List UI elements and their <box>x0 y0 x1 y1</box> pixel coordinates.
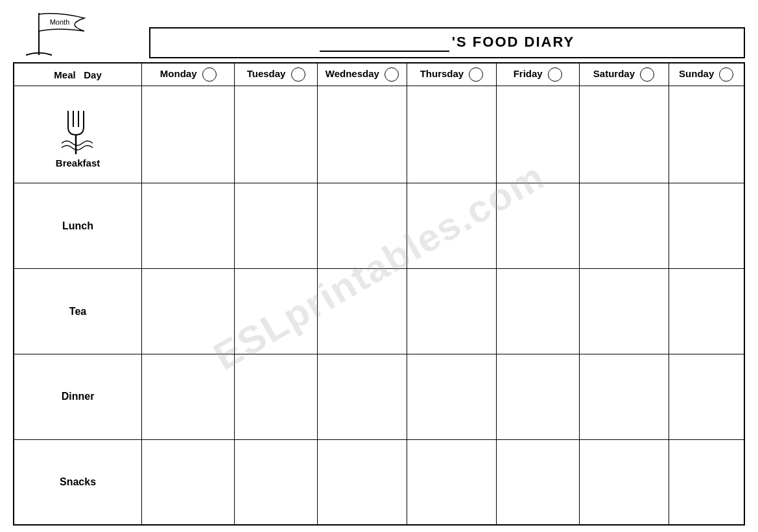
snacks-monday[interactable] <box>142 439 235 525</box>
tuesday-header: Tuesday <box>235 63 317 86</box>
dinner-friday[interactable] <box>497 354 579 439</box>
dinner-monday[interactable] <box>142 354 235 439</box>
lunch-row: Lunch <box>14 183 744 269</box>
snacks-row: Snacks <box>14 439 744 525</box>
food-diary-table: Meal Day Monday Tuesday Wednesday Thursd… <box>13 62 745 526</box>
snacks-sunday[interactable] <box>669 439 744 525</box>
dinner-label: Dinner <box>62 391 95 402</box>
header-row: Meal Day Monday Tuesday Wednesday Thursd… <box>14 63 744 86</box>
thursday-circle <box>469 67 483 82</box>
meal-day-header: Meal Day <box>14 63 142 86</box>
wednesday-circle <box>385 67 399 82</box>
dinner-thursday[interactable] <box>407 354 496 439</box>
top-area: Month 'S FOOD DIARY <box>13 6 745 58</box>
dinner-sunday[interactable] <box>669 354 744 439</box>
snacks-saturday[interactable] <box>579 439 669 525</box>
tea-thursday[interactable] <box>407 269 496 354</box>
lunch-label: Lunch <box>62 220 93 231</box>
tea-tuesday[interactable] <box>235 269 317 354</box>
tea-saturday[interactable] <box>579 269 669 354</box>
meal-header-label: Meal <box>54 69 75 80</box>
monday-circle <box>202 67 217 82</box>
tea-wednesday[interactable] <box>317 269 407 354</box>
snacks-wednesday[interactable] <box>317 439 407 525</box>
tea-monday[interactable] <box>142 269 235 354</box>
sunday-circle <box>719 67 733 82</box>
tuesday-circle <box>291 67 305 82</box>
lunch-cell: Lunch <box>14 183 142 269</box>
breakfast-friday[interactable] <box>497 86 579 183</box>
day-header-label: Day <box>84 69 102 80</box>
friday-circle <box>548 67 562 82</box>
dinner-saturday[interactable] <box>579 354 669 439</box>
lunch-thursday[interactable] <box>407 183 496 269</box>
dinner-wednesday[interactable] <box>317 354 407 439</box>
tea-sunday[interactable] <box>669 269 744 354</box>
breakfast-tuesday[interactable] <box>235 86 317 183</box>
breakfast-saturday[interactable] <box>579 86 669 183</box>
tea-label: Tea <box>69 306 86 317</box>
tea-friday[interactable] <box>497 269 579 354</box>
breakfast-thursday[interactable] <box>407 86 496 183</box>
lunch-saturday[interactable] <box>579 183 669 269</box>
breakfast-label: Breakfast <box>56 157 100 168</box>
title-text: 'S FOOD DIARY <box>452 34 574 50</box>
dinner-tuesday[interactable] <box>235 354 317 439</box>
dinner-cell: Dinner <box>14 354 142 439</box>
saturday-circle <box>640 67 654 82</box>
lunch-tuesday[interactable] <box>235 183 317 269</box>
snacks-thursday[interactable] <box>407 439 496 525</box>
snacks-friday[interactable] <box>497 439 579 525</box>
lunch-friday[interactable] <box>497 183 579 269</box>
tea-cell: Tea <box>14 269 142 354</box>
tea-row: Tea <box>14 269 744 354</box>
breakfast-wednesday[interactable] <box>317 86 407 183</box>
food-diary-title: 'S FOOD DIARY <box>149 27 745 58</box>
flag-area: Month <box>13 6 143 58</box>
lunch-monday[interactable] <box>142 183 235 269</box>
saturday-header: Saturday <box>579 63 669 86</box>
svg-text:Month: Month <box>50 18 70 26</box>
lunch-sunday[interactable] <box>669 183 744 269</box>
breakfast-monday[interactable] <box>142 86 235 183</box>
snacks-label: Snacks <box>60 476 96 487</box>
sunday-header: Sunday <box>669 63 744 86</box>
snacks-cell: Snacks <box>14 439 142 525</box>
thursday-header: Thursday <box>407 63 496 86</box>
wednesday-header: Wednesday <box>317 63 407 86</box>
name-underline <box>320 34 449 52</box>
fork-icon <box>55 108 101 156</box>
breakfast-row: Breakfast <box>14 86 744 183</box>
snacks-tuesday[interactable] <box>235 439 317 525</box>
breakfast-cell: Breakfast <box>14 86 142 183</box>
breakfast-sunday[interactable] <box>669 86 744 183</box>
flag-illustration: Month <box>13 6 104 58</box>
friday-header: Friday <box>497 63 579 86</box>
dinner-row: Dinner <box>14 354 744 439</box>
monday-header: Monday <box>142 63 235 86</box>
lunch-wednesday[interactable] <box>317 183 407 269</box>
